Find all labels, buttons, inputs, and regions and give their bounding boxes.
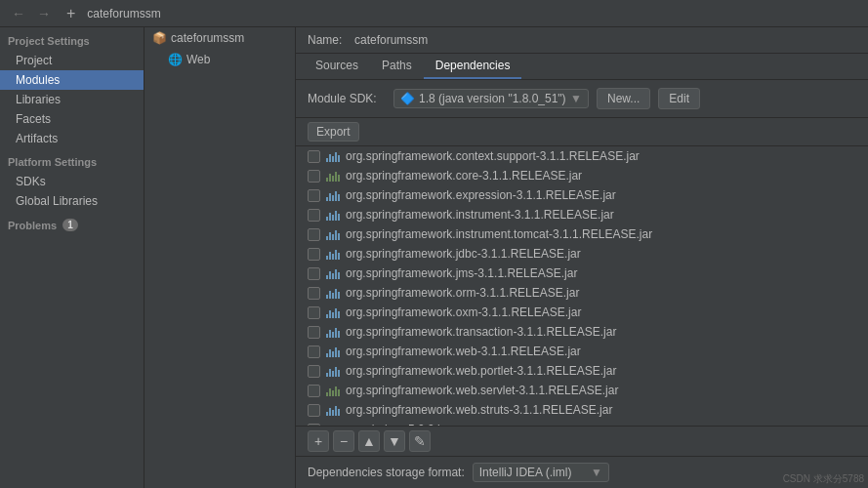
dep-item[interactable]: org.springframework.context.support-3.1.… [296, 146, 868, 166]
edit-sdk-button[interactable]: Edit [658, 88, 700, 109]
export-button[interactable]: Export [308, 122, 359, 142]
dep-checkbox[interactable] [308, 346, 320, 358]
add-dependency-button[interactable]: + [308, 430, 329, 452]
dep-checkbox[interactable] [308, 306, 320, 319]
sidebar-item-libraries[interactable]: Libraries [0, 90, 144, 109]
sdk-select[interactable]: 🔷 1.8 (java version "1.8.0_51") ▼ [393, 89, 589, 108]
remove-dependency-button[interactable]: − [333, 430, 354, 452]
module-icon: 📦 [152, 31, 167, 45]
title-bar: ← → + cateforumssm [0, 0, 868, 27]
dep-name: org.springframework.jms-3.1.1.RELEASE.ja… [346, 266, 856, 280]
dep-name: org.springframework.web-3.1.1.RELEASE.ja… [346, 345, 856, 358]
dep-name: org.springframework.jdbc-3.1.1.RELEASE.j… [346, 247, 856, 261]
dep-checkbox[interactable] [308, 287, 320, 300]
dep-item[interactable]: org.springframework.jms-3.1.1.RELEASE.ja… [296, 264, 868, 283]
dep-name: org.springframework.web.struts-3.1.1.REL… [346, 403, 856, 417]
dep-item[interactable]: org.springframework.core-3.1.1.RELEASE.j… [296, 166, 868, 185]
back-button[interactable]: ← [8, 4, 29, 23]
nav-buttons: ← → [8, 4, 55, 23]
dep-icon [326, 227, 340, 241]
sidebar-item-artifacts[interactable]: Artifacts [0, 129, 144, 148]
dep-name: org.springframework.expression-3.1.1.REL… [346, 188, 856, 202]
dep-item[interactable]: org.springframework.web.struts-3.1.1.REL… [296, 400, 868, 420]
dep-item[interactable]: org.springframework.jdbc-3.1.1.RELEASE.j… [296, 244, 868, 264]
tab-dependencies[interactable]: Dependencies [424, 54, 522, 79]
sdk-dropdown-arrow: ▼ [570, 92, 582, 105]
dep-checkbox[interactable] [308, 365, 320, 378]
dep-item[interactable]: org.springframework.orm-3.1.1.RELEASE.ja… [296, 283, 868, 303]
dep-name: org.springframework.instrument.tomcat-3.… [346, 227, 856, 241]
sidebar-item-project[interactable]: Project [0, 51, 144, 70]
dep-item[interactable]: org.springframework.web-3.1.1.RELEASE.ja… [296, 342, 868, 361]
dep-icon [326, 149, 340, 163]
format-label: Dependencies storage format: [308, 466, 465, 479]
dep-name: org.springframework.instrument-3.1.1.REL… [346, 208, 856, 222]
dep-item[interactable]: org.springframework.web.servlet-3.1.1.RE… [296, 381, 868, 400]
problems-badge: 1 [62, 219, 78, 231]
sidebar-item-facets[interactable]: Facets [0, 109, 144, 129]
dep-icon [326, 345, 340, 358]
module-tree: 📦 cateforumssm 🌐 Web [145, 27, 296, 488]
module-root-label: cateforumssm [171, 31, 244, 45]
sdk-label: Module SDK: [308, 92, 386, 105]
dep-checkbox[interactable] [308, 228, 320, 241]
dep-checkbox[interactable] [308, 326, 320, 339]
dep-icon [326, 247, 340, 261]
format-dropdown-arrow: ▼ [591, 466, 602, 479]
content-panel: Name: cateforumssm Sources Paths Depende… [296, 27, 868, 488]
move-up-button[interactable]: ▲ [358, 430, 380, 452]
move-down-button[interactable]: ▼ [384, 430, 405, 452]
dep-icon [326, 188, 340, 202]
dep-checkbox[interactable] [308, 209, 320, 222]
tabs-row: Sources Paths Dependencies [296, 54, 868, 80]
dep-item[interactable]: org.springframework.web.portlet-3.1.1.RE… [296, 361, 868, 381]
project-settings-heading: Project Settings [0, 27, 144, 51]
new-sdk-button[interactable]: New... [597, 88, 650, 109]
watermark: CSDN 求求分5788 [783, 472, 864, 486]
dep-checkbox[interactable] [308, 150, 320, 163]
problems-section: Problems 1 [0, 211, 144, 235]
dep-item[interactable]: org.springframework.instrument-3.1.1.REL… [296, 205, 868, 224]
sidebar-item-global-libraries[interactable]: Global Libraries [0, 191, 144, 211]
dep-checkbox[interactable] [308, 189, 320, 202]
dep-icon [326, 403, 340, 417]
tab-sources[interactable]: Sources [304, 54, 370, 79]
dep-item[interactable]: org.springframework.expression-3.1.1.REL… [296, 185, 868, 205]
dep-icon [326, 286, 340, 300]
edit-dependency-button[interactable]: ✎ [409, 430, 431, 452]
sdk-row: Module SDK: 🔷 1.8 (java version "1.8.0_5… [296, 80, 868, 118]
dep-icon [326, 266, 340, 280]
dependencies-list: org.springframework.context.support-3.1.… [296, 146, 868, 426]
dep-item[interactable]: org.springframework.transaction-3.1.1.RE… [296, 322, 868, 342]
add-button[interactable]: + [62, 5, 79, 22]
dep-checkbox[interactable] [308, 170, 320, 183]
dep-item[interactable]: org.springframework.oxm-3.1.1.RELEASE.ja… [296, 303, 868, 322]
dep-checkbox[interactable] [308, 385, 320, 397]
dep-checkbox[interactable] [308, 404, 320, 417]
dep-name: org.springframework.transaction-3.1.1.RE… [346, 325, 856, 339]
dep-checkbox[interactable] [308, 248, 320, 261]
export-row: Export [296, 118, 868, 146]
main-layout: Project Settings Project Modules Librari… [0, 27, 868, 488]
format-select[interactable]: IntelliJ IDEA (.iml) ▼ [473, 463, 609, 482]
dep-icon [326, 364, 340, 378]
bottom-toolbar: + − ▲ ▼ ✎ [296, 426, 868, 456]
module-web-label: Web [186, 53, 210, 66]
dep-item[interactable]: org.springframework.instrument.tomcat-3.… [296, 224, 868, 244]
tab-paths[interactable]: Paths [370, 54, 424, 79]
dep-icon [326, 208, 340, 222]
dep-icon [326, 325, 340, 339]
module-root-item[interactable]: 📦 cateforumssm [145, 27, 295, 49]
window-title: cateforumssm [87, 7, 160, 20]
problems-label: Problems [8, 220, 57, 231]
sidebar-item-sdks[interactable]: SDKs [0, 172, 144, 191]
forward-button[interactable]: → [33, 4, 55, 23]
sidebar-item-modules[interactable]: Modules [0, 70, 144, 90]
sdk-icon: 🔷 [400, 92, 415, 105]
dep-icon [326, 384, 340, 397]
dep-checkbox[interactable] [308, 267, 320, 280]
module-web-item[interactable]: 🌐 Web [145, 49, 295, 70]
dep-icon [326, 305, 340, 319]
dep-name: org.springframework.oxm-3.1.1.RELEASE.ja… [346, 305, 856, 319]
dep-name: org.springframework.orm-3.1.1.RELEASE.ja… [346, 286, 856, 300]
